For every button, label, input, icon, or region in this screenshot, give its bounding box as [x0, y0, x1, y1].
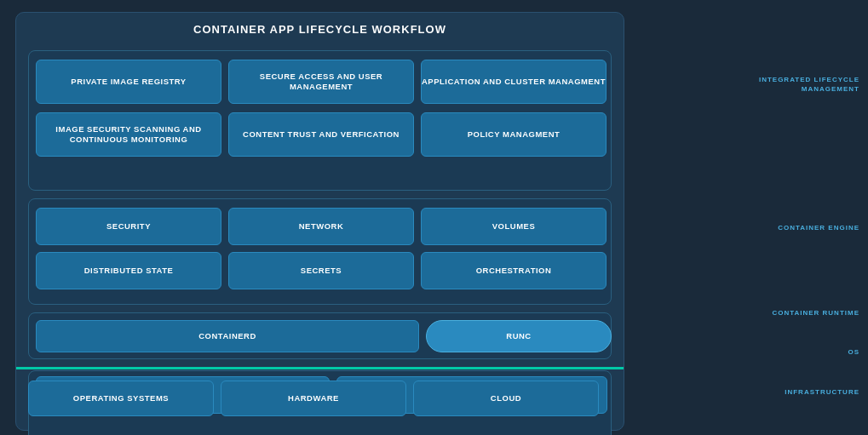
cell-content-trust[interactable]: CONTENT TRUST AND VERFICATION [228, 112, 414, 157]
section-integrated: PRIVATE IMAGE REGISTRY SECURE ACCESS AND… [28, 50, 612, 191]
section-runtime: CONTAINERD RUNC [28, 312, 612, 359]
cell-hardware[interactable]: HARDWARE [221, 381, 406, 416]
cell-policy[interactable]: POLICY MANAGMENT [421, 112, 606, 157]
cell-operating-systems[interactable]: OPERATING SYSTEMS [28, 381, 214, 416]
os-divider-line [16, 367, 624, 369]
cell-cloud[interactable]: CLOUD [413, 381, 599, 416]
cell-orchestration[interactable]: ORCHESTRATION [421, 252, 606, 289]
label-container-engine: CONTAINER ENGINE [757, 223, 859, 232]
cell-app-cluster[interactable]: APPLICATION AND CLUSTER MANAGMENT [421, 60, 606, 104]
cell-image-security[interactable]: IMAGE SECURITY SCANNING AND CONTINUOUS M… [36, 112, 221, 157]
workflow-box: CONTAINER APP LIFECYCLE WORKFLOW PRIVATE… [15, 12, 624, 431]
main-container: CONTAINER APP LIFECYCLE WORKFLOW PRIVATE… [0, 0, 868, 435]
cell-secrets[interactable]: SECRETS [228, 252, 414, 289]
label-container-runtime: CONTAINER RUNTIME [757, 308, 859, 318]
cell-volumes[interactable]: VOLUMES [421, 208, 606, 245]
cell-network[interactable]: NETWORK [228, 208, 414, 245]
main-title: CONTAINER APP LIFECYCLE WORKFLOW [16, 13, 624, 43]
label-infrastructure: INFRASTRUCTURE [757, 387, 859, 397]
cell-runc[interactable]: RUNC [426, 320, 612, 352]
cell-private-image-registry[interactable]: PRIVATE IMAGE REGISTRY [36, 60, 221, 104]
infra-row2 [28, 427, 612, 435]
label-os: OS [757, 347, 859, 357]
cell-distributed-state[interactable]: DISTRIBUTED STATE [36, 252, 221, 289]
cell-security[interactable]: SECURITY [36, 208, 221, 245]
infra-row2-container: OPERATING SYSTEMSHARDWARECLOUD [28, 379, 612, 421]
cell-containerd[interactable]: CONTAINERD [36, 320, 419, 352]
label-integrated-lifecycle: INTEGRATED LIFECYCLE MANAGEMENT [757, 75, 859, 94]
section-engine: SECURITY NETWORK VOLUMES DISTRIBUTED STA… [28, 198, 612, 305]
cell-secure-access[interactable]: SECURE ACCESS AND USER MANAGEMENT [228, 60, 414, 104]
